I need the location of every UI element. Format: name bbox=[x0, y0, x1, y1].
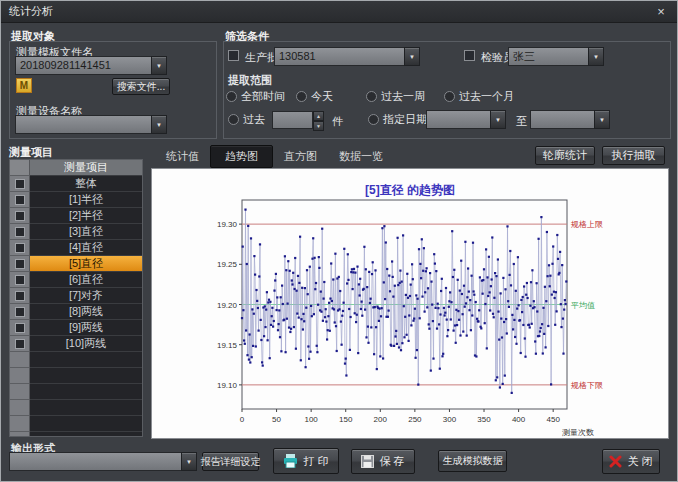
filter-group: 生产批号 130581 ▼ 检验员 张三 ▼ 提取范围 全部时间今天过去一周过去… bbox=[223, 41, 671, 139]
stepper-up-icon[interactable]: ▲ bbox=[313, 111, 324, 121]
tab-数据一览[interactable]: 数据一览 bbox=[328, 146, 394, 167]
item-row[interactable]: [7]对齐 bbox=[10, 288, 142, 304]
svg-text:19.25: 19.25 bbox=[217, 260, 238, 269]
radio-icon[interactable] bbox=[228, 114, 239, 125]
item-row[interactable]: [4]直径 bbox=[10, 240, 142, 256]
svg-text:150: 150 bbox=[339, 415, 353, 424]
item-checkbox[interactable] bbox=[15, 291, 25, 301]
item-checkbox[interactable] bbox=[15, 307, 25, 317]
item-label[interactable]: [4]直径 bbox=[30, 240, 142, 256]
radio-icon[interactable] bbox=[226, 91, 237, 102]
item-row[interactable]: [9]两线 bbox=[10, 320, 142, 336]
date-from-dropdown[interactable]: ▼ bbox=[426, 110, 506, 129]
svg-text:50: 50 bbox=[272, 415, 281, 424]
save-button[interactable]: 保 存 bbox=[351, 449, 415, 474]
close-icon[interactable]: × bbox=[649, 1, 673, 22]
action-button-轮廓统计[interactable]: 轮廓统计 bbox=[535, 146, 595, 165]
time-range-radios: 全部时间今天过去一周过去一个月 bbox=[226, 89, 514, 104]
item-label[interactable]: [10]两线 bbox=[30, 336, 142, 352]
past-count-radio[interactable]: 过去 bbox=[228, 112, 265, 127]
item-row[interactable]: 整体 bbox=[10, 176, 142, 192]
batch-dropdown[interactable]: 130581 ▼ bbox=[274, 47, 420, 66]
item-label[interactable]: [9]两线 bbox=[30, 320, 142, 336]
item-label[interactable]: [5]直径 bbox=[30, 256, 142, 272]
action-button-执行抽取[interactable]: 执行抽取 bbox=[602, 146, 665, 165]
item-checkbox-cell bbox=[10, 256, 30, 272]
stepper-down-icon[interactable]: ▼ bbox=[313, 121, 324, 131]
chevron-down-icon[interactable]: ▼ bbox=[151, 115, 167, 134]
report-settings-button[interactable]: 报告详细设定 bbox=[202, 452, 259, 471]
empty-row bbox=[10, 416, 142, 432]
item-row[interactable]: [3]直径 bbox=[10, 224, 142, 240]
inspector-checkbox[interactable] bbox=[464, 50, 475, 61]
item-checkbox-cell bbox=[10, 208, 30, 224]
svg-text:测量次数: 测量次数 bbox=[562, 428, 594, 437]
trend-chart-panel: [5]直径 的趋势图 19.1019.1519.2019.2519.300501… bbox=[151, 168, 669, 439]
chevron-down-icon[interactable]: ▼ bbox=[490, 110, 506, 129]
item-checkbox[interactable] bbox=[15, 227, 25, 237]
chevron-down-icon[interactable]: ▼ bbox=[594, 110, 610, 129]
radio-icon[interactable] bbox=[296, 91, 307, 102]
item-label[interactable]: [6]直径 bbox=[30, 272, 142, 288]
item-checkbox[interactable] bbox=[15, 323, 25, 333]
time-range-radio-0[interactable]: 全部时间 bbox=[226, 89, 296, 104]
past-count-value[interactable] bbox=[272, 111, 313, 129]
tab-直方图[interactable]: 直方图 bbox=[273, 146, 328, 167]
item-row[interactable]: [1]半径 bbox=[10, 192, 142, 208]
items-header-checkbox-cell bbox=[10, 160, 30, 176]
item-checkbox-cell bbox=[10, 304, 30, 320]
item-row[interactable]: [6]直径 bbox=[10, 272, 142, 288]
item-label[interactable]: [3]直径 bbox=[30, 224, 142, 240]
chevron-down-icon[interactable]: ▼ bbox=[151, 56, 167, 75]
item-label[interactable]: 整体 bbox=[30, 176, 142, 192]
chevron-down-icon[interactable]: ▼ bbox=[181, 452, 197, 471]
time-range-radio-2[interactable]: 过去一周 bbox=[366, 89, 444, 104]
date-to-dropdown[interactable]: ▼ bbox=[530, 110, 610, 129]
batch-checkbox[interactable] bbox=[228, 50, 239, 61]
item-checkbox-cell bbox=[10, 176, 30, 192]
trend-chart-svg: 19.1019.1519.2019.2519.30050100150200250… bbox=[152, 169, 668, 438]
empty-checkbox-cell bbox=[10, 416, 30, 432]
radio-label: 全部时间 bbox=[241, 89, 285, 104]
to-label: 至 bbox=[516, 114, 527, 129]
item-row[interactable]: [10]两线 bbox=[10, 336, 142, 352]
item-checkbox[interactable] bbox=[15, 339, 25, 349]
tab-bar: 统计值趋势图直方图数据一览 轮廓统计执行抽取 bbox=[151, 145, 669, 168]
template-filename-dropdown[interactable]: 201809281141451 ▼ bbox=[15, 56, 167, 75]
generate-simulated-data-button[interactable]: 生成模拟数据 bbox=[438, 450, 507, 472]
radio-icon[interactable] bbox=[444, 91, 455, 102]
item-checkbox[interactable] bbox=[15, 259, 25, 269]
close-dialog-button[interactable]: 关 闭 bbox=[602, 449, 660, 474]
tab-统计值[interactable]: 统计值 bbox=[155, 146, 210, 167]
item-label[interactable]: [2]半径 bbox=[30, 208, 142, 224]
item-row[interactable]: [8]两线 bbox=[10, 304, 142, 320]
inspector-value: 张三 bbox=[508, 47, 588, 66]
item-label[interactable]: [8]两线 bbox=[30, 304, 142, 320]
chevron-down-icon[interactable]: ▼ bbox=[404, 47, 420, 66]
chevron-down-icon[interactable]: ▼ bbox=[588, 47, 604, 66]
past-count-stepper[interactable]: ▲▼ bbox=[272, 111, 324, 129]
time-range-radio-1[interactable]: 今天 bbox=[296, 89, 366, 104]
svg-text:0: 0 bbox=[240, 415, 245, 424]
item-checkbox[interactable] bbox=[15, 275, 25, 285]
template-file-icon: M bbox=[16, 78, 32, 93]
item-checkbox[interactable] bbox=[15, 211, 25, 221]
item-checkbox[interactable] bbox=[15, 195, 25, 205]
date-range-radio[interactable]: 指定日期 bbox=[368, 112, 427, 127]
item-checkbox-cell bbox=[10, 224, 30, 240]
inspector-dropdown[interactable]: 张三 ▼ bbox=[508, 47, 604, 66]
time-range-radio-3[interactable]: 过去一个月 bbox=[444, 89, 514, 104]
item-label[interactable]: [7]对齐 bbox=[30, 288, 142, 304]
device-name-dropdown[interactable]: ▼ bbox=[15, 115, 167, 134]
item-row[interactable]: [5]直径 bbox=[10, 256, 142, 272]
radio-icon[interactable] bbox=[368, 114, 379, 125]
item-row[interactable]: [2]半径 bbox=[10, 208, 142, 224]
item-checkbox[interactable] bbox=[15, 243, 25, 253]
output-format-dropdown[interactable]: ▼ bbox=[9, 452, 197, 471]
tab-趋势图[interactable]: 趋势图 bbox=[210, 145, 273, 168]
item-checkbox[interactable] bbox=[15, 179, 25, 189]
radio-icon[interactable] bbox=[366, 91, 377, 102]
item-label[interactable]: [1]半径 bbox=[30, 192, 142, 208]
print-button[interactable]: 打 印 bbox=[273, 448, 339, 474]
search-file-button[interactable]: 搜索文件... bbox=[112, 78, 170, 95]
